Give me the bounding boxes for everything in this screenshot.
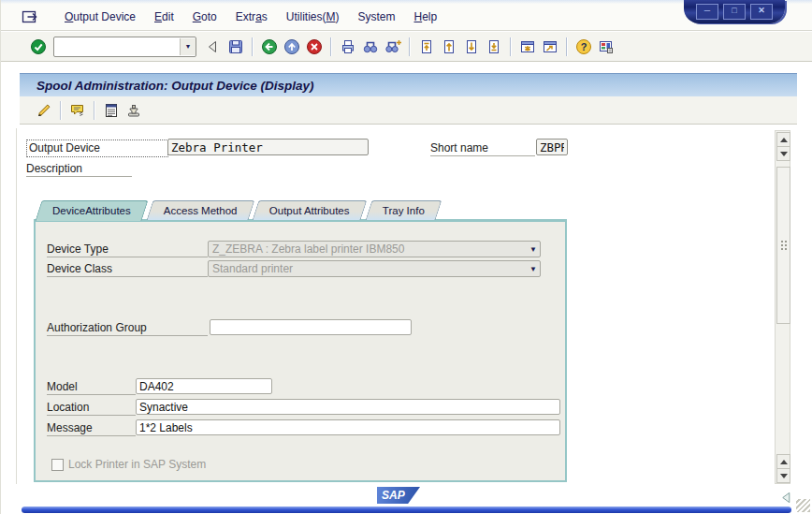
description-label: Description <box>26 162 132 177</box>
collapse-button[interactable] <box>202 36 225 58</box>
cancel-button[interactable] <box>303 36 326 58</box>
output-device-label: Output Device <box>26 140 168 157</box>
client-left-border <box>16 128 17 484</box>
edit-pencil-button[interactable] <box>33 99 55 122</box>
create-shortcut-button[interactable] <box>539 36 561 58</box>
menu-item-output-device[interactable]: Output Device <box>55 7 145 26</box>
annotation-button[interactable] <box>66 99 89 122</box>
stamp-icon <box>125 102 142 119</box>
arrow-up-icon <box>780 138 788 142</box>
menu-item-edit[interactable]: Edit <box>145 7 183 26</box>
status-bar-collapse-button[interactable] <box>779 491 793 505</box>
standard-toolbar: ▼ <box>1 32 812 62</box>
window-bottom-border <box>22 507 791 513</box>
authorization-group-field[interactable] <box>210 319 412 335</box>
scroll-up-button-bottom[interactable] <box>776 454 790 469</box>
find-button[interactable] <box>359 36 382 58</box>
sap-gui-window: Output Device Edit Goto Extras Utilities… <box>0 0 812 514</box>
application-toolbar <box>20 96 797 125</box>
page-up-button[interactable] <box>438 36 460 58</box>
lock-printer-row: Lock Printer in SAP System <box>51 458 206 471</box>
toolbar-separator <box>330 37 332 56</box>
create-shortcut-icon <box>542 38 558 55</box>
close-button[interactable]: ✕ <box>750 4 773 20</box>
system-menu-icon[interactable] <box>22 9 42 24</box>
device-class-dropdown[interactable]: Standard printer ▼ <box>208 260 541 277</box>
location-field[interactable] <box>136 399 560 415</box>
device-type-label: Device Type <box>47 242 208 257</box>
page-up-icon <box>441 38 457 55</box>
svg-text:?: ? <box>581 41 587 52</box>
maximize-button[interactable]: □ <box>723 4 746 20</box>
toolbar-separator <box>252 37 254 56</box>
page-down-icon <box>463 38 480 55</box>
model-field[interactable] <box>136 378 272 394</box>
back-icon <box>261 38 278 55</box>
scroll-down-button[interactable] <box>776 146 790 161</box>
print-icon <box>340 38 356 55</box>
lock-printer-checkbox[interactable] <box>51 459 64 471</box>
back-button[interactable] <box>258 36 281 58</box>
sap-logo: SAP <box>377 487 420 504</box>
customize-layout-icon <box>598 38 615 55</box>
menu-item-system[interactable]: System <box>348 7 404 26</box>
find-next-button[interactable] <box>382 36 404 58</box>
toolbar-separator <box>409 37 411 56</box>
resize-grip[interactable] <box>796 499 810 512</box>
print-button[interactable] <box>337 36 359 58</box>
scroll-up-button[interactable] <box>776 132 790 147</box>
find-icon <box>362 38 379 55</box>
help-button[interactable]: ? <box>573 36 595 58</box>
authorization-group-label: Authorization Group <box>47 321 208 336</box>
arrow-down-icon <box>780 152 788 156</box>
new-session-icon <box>519 38 536 55</box>
menu-item-utilities[interactable]: Utilities(M) <box>277 7 349 26</box>
command-input[interactable] <box>54 39 180 54</box>
menu-item-extras[interactable]: Extras <box>226 7 277 26</box>
arrow-up-icon <box>780 460 788 464</box>
last-page-icon <box>486 38 502 55</box>
command-field: ▼ <box>53 37 196 57</box>
short-name-label: Short name <box>430 141 535 156</box>
collapse-icon <box>205 38 222 55</box>
menu-item-help[interactable]: Help <box>405 7 447 26</box>
edit-pencil-icon <box>36 102 52 119</box>
menu-item-goto[interactable]: Goto <box>183 7 226 26</box>
tab-output-attributes[interactable]: Output Attributes <box>253 200 367 220</box>
vertical-scrollbar[interactable] <box>775 130 790 484</box>
first-page-button[interactable] <box>415 36 438 58</box>
exit-button[interactable] <box>281 36 303 58</box>
message-field[interactable] <box>136 419 560 435</box>
save-button[interactable] <box>225 36 247 58</box>
exit-icon <box>283 38 300 55</box>
value-list-button[interactable] <box>100 99 123 122</box>
location-label: Location <box>47 401 136 416</box>
chevron-down-icon: ▼ <box>527 245 540 254</box>
page-down-button[interactable] <box>460 36 483 58</box>
enter-button[interactable] <box>27 36 50 58</box>
save-icon <box>227 38 244 55</box>
scroll-down-button-bottom[interactable] <box>776 468 790 483</box>
toolbar-separator <box>94 101 95 120</box>
customize-layout-button[interactable] <box>595 36 617 58</box>
new-session-button[interactable] <box>516 36 539 58</box>
command-dropdown-icon[interactable]: ▼ <box>180 38 196 55</box>
tab-access-method[interactable]: Access Method <box>146 200 254 220</box>
page-title: Spool Administration: Output Device (Dis… <box>36 79 314 93</box>
model-label: Model <box>47 380 136 395</box>
annotation-icon <box>69 102 86 119</box>
minimize-button[interactable]: ─ <box>696 4 718 20</box>
short-name-field[interactable] <box>536 139 568 155</box>
title-bar: Spool Administration: Output Device (Dis… <box>20 73 797 97</box>
window-controls: ─ □ ✕ <box>684 0 785 23</box>
tab-device-attributes[interactable]: DeviceAttributes <box>35 200 148 221</box>
device-type-dropdown[interactable]: Z_ZEBRA : Zebra label printer IBM850 ▼ <box>208 241 541 257</box>
lock-printer-label: Lock Printer in SAP System <box>68 458 206 471</box>
tab-tray-info[interactable]: Tray Info <box>366 200 442 220</box>
scrollbar-thumb[interactable] <box>776 167 790 324</box>
find-next-icon <box>384 38 401 55</box>
output-device-field[interactable] <box>167 139 369 155</box>
last-page-button[interactable] <box>483 36 505 58</box>
value-list-icon <box>103 102 120 119</box>
stamp-button[interactable] <box>123 99 145 122</box>
